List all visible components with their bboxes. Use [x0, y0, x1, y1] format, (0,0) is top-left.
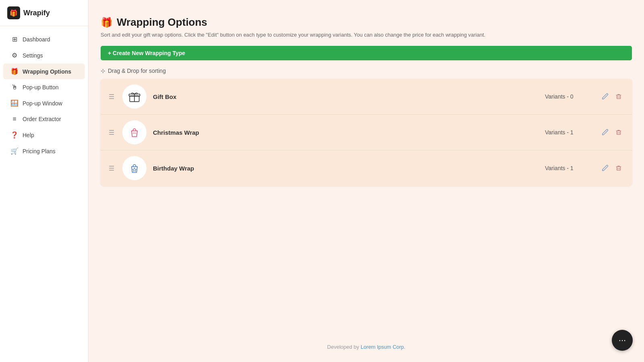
sidebar-item-label: Pricing Plans: [23, 148, 56, 154]
table-row: ☰ Christmas Wrap Variants - 1: [101, 115, 632, 150]
christmas-bag-svg: [127, 125, 142, 140]
page-title: Wrapping Options: [117, 16, 207, 29]
sidebar-item-label: Order Extractor: [23, 116, 61, 122]
drag-drop-hint: ⊹ Drag & Drop for sorting: [101, 68, 632, 74]
delete-christmas-wrap-button[interactable]: [613, 127, 624, 138]
svg-rect-11: [617, 167, 621, 170]
sidebar-item-pricing-plans[interactable]: 🛒 Pricing Plans: [3, 143, 85, 159]
sidebar-item-popup-button[interactable]: 🖱 Pop-up Button: [3, 80, 85, 95]
drag-handle-icon[interactable]: ☰: [109, 129, 114, 136]
sidebar-item-label: Settings: [23, 52, 43, 59]
wrap-variants: Variants - 0: [545, 93, 593, 100]
gift-box-svg: [127, 89, 142, 104]
sidebar-item-settings[interactable]: ⚙ Settings: [3, 47, 85, 63]
settings-icon: ⚙: [10, 51, 19, 59]
wrap-actions: [600, 163, 624, 173]
sidebar-logo: 🎁 Wrapify: [0, 0, 88, 26]
edit-icon: [601, 93, 609, 100]
delete-icon: [615, 129, 622, 136]
page-header: 🎁 Wrapping Options: [101, 16, 632, 29]
wrap-name: Gift Box: [153, 93, 539, 100]
help-icon: ❓: [10, 131, 19, 139]
edit-icon: [601, 129, 609, 136]
sidebar-item-label: Wrapping Options: [23, 68, 71, 75]
table-row: ☰ Birthday Wrap Variants - 1: [101, 150, 632, 186]
delete-birthday-wrap-button[interactable]: [613, 163, 624, 173]
wrap-actions: [600, 127, 624, 138]
popup-window-icon: 🪟: [10, 99, 19, 107]
drag-drop-label: Drag & Drop for sorting: [108, 68, 166, 74]
sidebar-item-popup-window[interactable]: 🪟 Pop-up Window: [3, 95, 85, 111]
birthday-bag-svg: [127, 161, 142, 175]
sidebar-nav: ⊞ Dashboard ⚙ Settings 🎁 Wrapping Option…: [0, 26, 88, 362]
sidebar-item-order-extractor[interactable]: ≡ Order Extractor: [3, 111, 85, 127]
drag-drop-icon: ⊹: [101, 68, 105, 74]
table-row: ☰ Gift Box Variants - 0: [101, 79, 632, 115]
birthday-wrap-icon-circle: [122, 156, 147, 180]
logo-text: Wrapify: [23, 9, 50, 17]
delete-icon: [615, 93, 622, 100]
drag-handle-icon[interactable]: ☰: [109, 93, 114, 101]
pricing-plans-icon: 🛒: [10, 147, 19, 155]
wrap-variants: Variants - 1: [545, 165, 593, 171]
logo-icon: 🎁: [7, 6, 20, 19]
sidebar-item-label: Help: [23, 132, 34, 138]
delete-gift-box-button[interactable]: [613, 91, 624, 102]
create-wrapping-type-button[interactable]: + Create New Wrapping Type: [101, 46, 632, 60]
dashboard-icon: ⊞: [10, 35, 19, 43]
wrap-name: Birthday Wrap: [153, 165, 539, 172]
footer: Developed by Lorem Ipsum Corp.: [101, 336, 632, 354]
wrapping-options-icon: 🎁: [10, 68, 19, 75]
christmas-wrap-icon-circle: [122, 120, 147, 144]
edit-christmas-wrap-button[interactable]: [600, 127, 610, 138]
sidebar-item-label: Dashboard: [23, 36, 50, 43]
delete-icon: [615, 165, 622, 172]
svg-rect-7: [617, 131, 621, 134]
popup-button-icon: 🖱: [10, 84, 19, 91]
footer-link[interactable]: Lorem Ipsum Corp.: [361, 344, 405, 350]
wrapping-list: ☰ Gift Box Variants - 0: [101, 79, 632, 186]
drag-handle-icon[interactable]: ☰: [109, 165, 114, 172]
order-extractor-icon: ≡: [10, 115, 19, 123]
sidebar-item-label: Pop-up Button: [23, 84, 59, 90]
sidebar-item-wrapping-options[interactable]: 🎁 Wrapping Options: [3, 64, 85, 79]
sidebar: 🎁 Wrapify ⊞ Dashboard ⚙ Settings 🎁 Wrapp…: [0, 0, 89, 362]
page-subtitle: Sort and edit your gift wrap options. Cl…: [101, 32, 632, 38]
page-title-icon: 🎁: [101, 17, 113, 28]
footer-text: Developed by: [327, 344, 361, 350]
edit-birthday-wrap-button[interactable]: [600, 163, 610, 173]
edit-icon: [601, 165, 609, 172]
sidebar-item-label: Pop-up Window: [23, 100, 62, 107]
svg-rect-3: [617, 95, 621, 99]
wrap-name: Christmas Wrap: [153, 129, 539, 136]
gift-box-icon-circle: [122, 84, 147, 109]
sidebar-item-help[interactable]: ❓ Help: [3, 127, 85, 143]
wrap-actions: [600, 91, 624, 102]
main-content: 🎁 Wrapping Options Sort and edit your gi…: [89, 4, 644, 362]
sidebar-item-dashboard[interactable]: ⊞ Dashboard: [3, 31, 85, 47]
wrap-variants: Variants - 1: [545, 129, 593, 136]
svg-marker-10: [133, 168, 136, 171]
chat-button[interactable]: ···: [612, 330, 633, 351]
edit-gift-box-button[interactable]: [600, 91, 610, 102]
